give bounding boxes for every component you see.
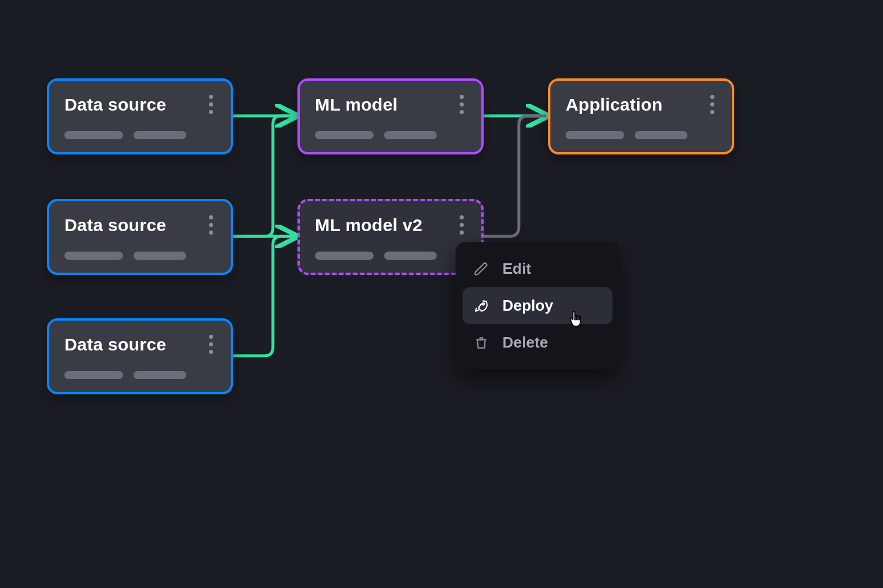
context-menu: Edit Deploy Delete xyxy=(456,242,620,369)
node-application[interactable]: Application xyxy=(548,78,734,154)
menu-item-label: Delete xyxy=(502,333,548,352)
node-title: Data source xyxy=(64,335,166,355)
node-data-source-2[interactable]: Data source xyxy=(47,199,233,275)
more-dots-icon[interactable] xyxy=(457,213,466,237)
node-meta-pills xyxy=(64,131,215,139)
pencil-icon xyxy=(473,261,490,277)
node-meta-pills xyxy=(566,131,717,139)
node-ml-model[interactable]: ML model xyxy=(297,78,484,154)
menu-item-delete[interactable]: Delete xyxy=(463,324,612,361)
node-meta-pills xyxy=(315,131,466,139)
svg-point-0 xyxy=(482,303,484,305)
more-dots-icon[interactable] xyxy=(457,92,466,116)
rocket-icon xyxy=(473,298,490,314)
node-title: ML model v2 xyxy=(315,215,422,235)
more-dots-icon[interactable] xyxy=(708,92,717,116)
node-title: ML model xyxy=(315,95,398,115)
node-title: Data source xyxy=(64,215,166,235)
node-data-source-1[interactable]: Data source xyxy=(47,78,233,154)
node-meta-pills xyxy=(64,252,215,260)
more-dots-icon[interactable] xyxy=(207,213,215,237)
pointer-cursor-icon xyxy=(569,311,587,331)
menu-item-edit[interactable]: Edit xyxy=(463,250,612,287)
trash-icon xyxy=(473,335,490,351)
menu-item-label: Deploy xyxy=(502,297,553,315)
menu-item-deploy[interactable]: Deploy xyxy=(463,287,612,324)
node-title: Application xyxy=(566,95,663,115)
more-dots-icon[interactable] xyxy=(207,332,215,356)
menu-item-label: Edit xyxy=(502,260,531,278)
workflow-canvas[interactable]: Data source Data source Data source ML m… xyxy=(0,0,883,588)
node-meta-pills xyxy=(64,371,215,379)
node-meta-pills xyxy=(315,252,466,260)
more-dots-icon[interactable] xyxy=(207,92,215,116)
node-title: Data source xyxy=(64,95,166,115)
node-data-source-3[interactable]: Data source xyxy=(47,318,233,394)
